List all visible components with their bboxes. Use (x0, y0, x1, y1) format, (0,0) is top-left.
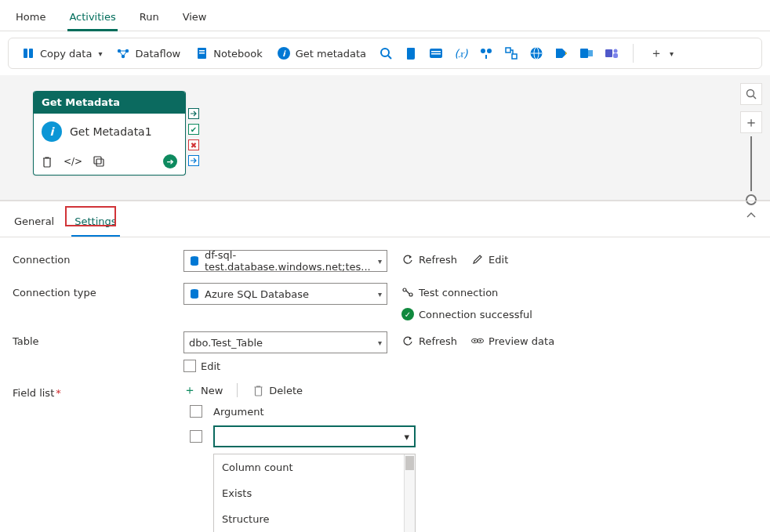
svg-rect-19 (512, 54, 517, 59)
test-connection-icon (401, 286, 414, 299)
test-connection-button[interactable]: Test connection (401, 286, 498, 299)
delete-field-button[interactable]: Delete (252, 384, 303, 396)
new-label: New (201, 385, 223, 396)
prop-tab-settings[interactable]: Settings (73, 209, 118, 237)
new-field-button[interactable]: ＋ New (183, 384, 223, 396)
node-name: Get Metadata1 (70, 125, 152, 138)
edit-connection-button[interactable]: Edit (471, 253, 508, 266)
svg-rect-6 (199, 50, 205, 52)
svg-rect-1 (29, 49, 33, 58)
refresh-label: Refresh (419, 335, 457, 347)
chevron-down-icon: ▾ (378, 290, 382, 299)
svg-point-38 (474, 340, 475, 342)
dropdown-scrollbar[interactable]: ▾ (404, 454, 415, 532)
web-button[interactable] (526, 43, 547, 63)
collapse-panel-button[interactable] (745, 209, 757, 222)
chevron-down-icon: ▾ (404, 431, 409, 443)
azuresql-icon (189, 288, 200, 299)
svg-rect-0 (24, 49, 27, 58)
info-icon: i (42, 121, 62, 142)
svg-rect-18 (506, 48, 510, 52)
clone-icon[interactable] (93, 156, 104, 168)
top-tab-home[interactable]: Home (14, 5, 47, 31)
dropdown-option-structure[interactable]: Structure (214, 506, 415, 532)
delete-label: Delete (269, 385, 303, 396)
top-tab-activities[interactable]: Activities (67, 5, 117, 31)
preview-data-button[interactable]: Preview data (471, 335, 554, 347)
refresh-icon (401, 335, 414, 347)
search-icon (379, 46, 393, 60)
pipeline-canvas[interactable]: Get Metadata i Get Metadata1 </> ➔ (0, 75, 770, 201)
select-all-checkbox[interactable] (190, 405, 202, 418)
connection-type-select[interactable]: Azure SQL Database ▾ (183, 283, 387, 305)
node-header[interactable]: Get Metadata (34, 91, 185, 114)
port-success[interactable]: ✔ (188, 124, 199, 135)
copy-data-label: Copy data (40, 48, 92, 60)
dropdown-option-column-count[interactable]: Column count (214, 454, 415, 480)
port-fail[interactable]: ✖ (188, 139, 199, 150)
get-metadata-button[interactable]: i Get metadata (272, 43, 371, 63)
svg-line-11 (388, 56, 391, 59)
toolbar: Copy data ▾ Dataflow Notebook i Get meta… (8, 38, 762, 69)
template-button[interactable] (501, 43, 521, 63)
svg-point-26 (614, 49, 618, 53)
table-value: dbo.Test_Table (189, 337, 263, 349)
refresh-icon (401, 253, 414, 266)
refresh-table-button[interactable]: Refresh (401, 335, 457, 347)
svg-rect-7 (199, 52, 205, 54)
svg-rect-27 (613, 53, 618, 58)
svg-point-34 (403, 288, 406, 291)
refresh-label: Refresh (419, 254, 457, 266)
sql-button[interactable] (426, 43, 446, 63)
connection-select[interactable]: df-sql-test.database.windows.net;tes... … (183, 250, 387, 272)
notebook-label: Notebook (213, 48, 262, 60)
table-select[interactable]: dbo.Test_Table ▾ (183, 331, 387, 353)
top-tab-bar: Home Activities Run View (0, 0, 770, 31)
outlook-button[interactable] (576, 43, 597, 63)
svg-line-36 (406, 291, 409, 294)
delete-icon[interactable] (42, 156, 53, 168)
search-button[interactable] (376, 43, 396, 63)
code-icon[interactable]: </> (64, 156, 82, 168)
trash-icon (252, 384, 264, 396)
svg-rect-13 (431, 51, 441, 52)
top-tab-view[interactable]: View (181, 5, 209, 31)
plus-icon: ＋ (183, 384, 196, 396)
prop-tab-general[interactable]: General (13, 209, 56, 237)
tag-button[interactable] (551, 43, 572, 63)
dataflow-icon (116, 46, 130, 60)
connection-label: Connection (13, 250, 169, 266)
refresh-connection-button[interactable]: Refresh (401, 253, 457, 266)
dataflow-label: Dataflow (135, 48, 180, 60)
notebook-button[interactable]: Notebook (190, 43, 267, 63)
get-metadata-icon: i (277, 46, 291, 60)
port-default[interactable] (188, 108, 199, 119)
scrollbar-thumb[interactable] (405, 456, 414, 470)
svg-rect-14 (431, 53, 441, 55)
teams-button[interactable] (601, 43, 622, 63)
canvas-search-button[interactable] (740, 83, 762, 105)
run-icon[interactable]: ➔ (163, 154, 177, 168)
sql-icon (429, 46, 443, 60)
database-icon (189, 255, 200, 266)
zoom-in-button[interactable]: ＋ (740, 111, 762, 133)
chevron-down-icon: ▾ (670, 49, 674, 58)
argument-combobox[interactable]: ▾ (213, 425, 416, 447)
functions-button[interactable] (476, 43, 496, 63)
dropdown-option-exists[interactable]: Exists (214, 480, 415, 506)
activity-node-get-metadata[interactable]: Get Metadata i Get Metadata1 </> ➔ (33, 91, 186, 176)
table-edit-checkbox[interactable] (183, 360, 196, 372)
svg-point-35 (409, 293, 412, 296)
dataflow-button[interactable]: Dataflow (111, 43, 185, 63)
functions-icon (479, 46, 493, 60)
port-completion[interactable] (188, 155, 199, 166)
svg-rect-17 (485, 55, 487, 59)
variable-button[interactable]: (𝑥) (451, 43, 471, 63)
copy-data-button[interactable]: Copy data ▾ (16, 43, 107, 63)
chevron-down-icon: ▾ (378, 338, 382, 347)
script-button[interactable] (401, 43, 421, 63)
row-checkbox[interactable] (190, 430, 202, 443)
top-tab-run[interactable]: Run (138, 5, 161, 31)
test-connection-label: Test connection (419, 287, 498, 299)
add-more-button[interactable]: ＋ ▾ (645, 43, 678, 63)
